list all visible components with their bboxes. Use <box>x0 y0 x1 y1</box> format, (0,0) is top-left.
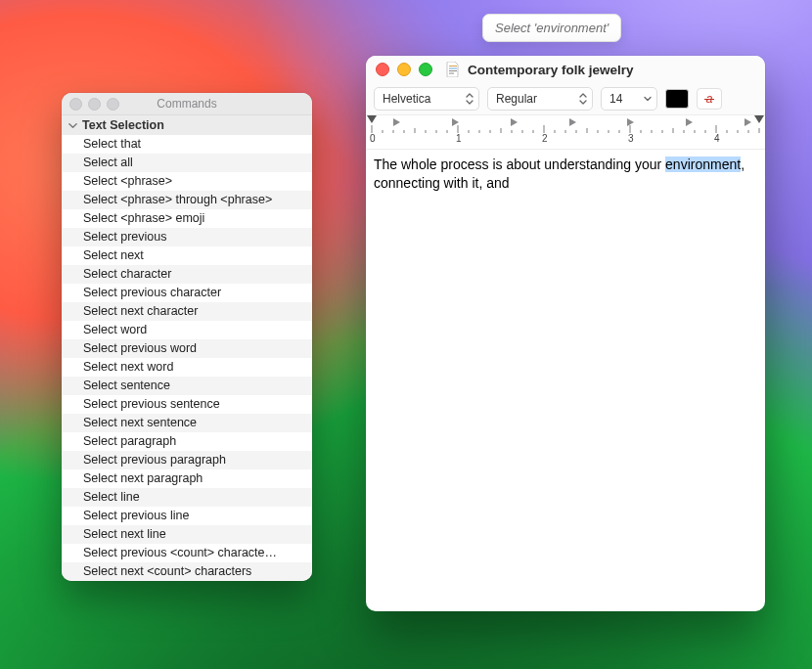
command-row[interactable]: Select previous <count> characte… <box>62 544 312 562</box>
document-icon <box>446 62 460 77</box>
command-row[interactable]: Select next character <box>62 302 312 321</box>
window-controls-inactive[interactable] <box>69 98 119 111</box>
svg-rect-0 <box>449 66 457 67</box>
commands-window: Commands Text Selection Select thatSelec… <box>62 93 312 581</box>
window-controls <box>376 63 432 76</box>
text-color-well[interactable] <box>665 89 689 109</box>
siri-suggestion-text: Select 'environment' <box>495 21 609 35</box>
command-row[interactable]: Select <phrase> emoji <box>62 209 312 228</box>
font-family-value: Helvetica <box>383 92 430 106</box>
svg-rect-3 <box>449 73 454 74</box>
siri-suggestion-pill[interactable]: Select 'environment' <box>482 14 621 42</box>
editor-window-title: Contemporary folk jewelry <box>468 63 634 77</box>
ruler-label: 1 <box>456 133 462 144</box>
commands-list: Select thatSelect allSelect <phrase>Sele… <box>62 135 312 581</box>
command-row[interactable]: Select word <box>62 321 312 339</box>
ruler-label: 2 <box>542 133 548 144</box>
close-icon[interactable] <box>69 98 82 111</box>
ruler-ticks <box>366 115 765 135</box>
command-row[interactable]: Select previous line <box>62 507 312 525</box>
ruler-label: 3 <box>628 133 634 144</box>
body-text-highlight: environment <box>665 156 741 172</box>
minimize-icon[interactable] <box>397 63 411 76</box>
command-row[interactable]: Select previous sentence <box>62 395 312 414</box>
editor-window: Contemporary folk jewelry Helvetica Regu… <box>366 56 765 611</box>
command-row[interactable]: Select next <box>62 246 312 265</box>
zoom-icon[interactable] <box>419 63 432 76</box>
chevron-down-icon <box>68 120 77 130</box>
command-row[interactable]: Select next sentence <box>62 414 312 432</box>
minimize-icon[interactable] <box>88 98 101 111</box>
command-row[interactable]: Select next line <box>62 525 312 544</box>
close-icon[interactable] <box>376 63 389 76</box>
ruler[interactable]: 01234 <box>366 115 765 150</box>
ruler-label: 4 <box>714 133 720 144</box>
command-row[interactable]: Select sentence <box>62 377 312 395</box>
command-row[interactable]: Select next paragraph <box>62 469 312 488</box>
commands-section-title: Text Selection <box>82 118 164 132</box>
font-style-value: Regular <box>496 92 537 106</box>
command-row[interactable]: Select all <box>62 154 312 172</box>
command-row[interactable]: Select previous character <box>62 284 312 302</box>
font-style-select[interactable]: Regular <box>487 87 593 111</box>
command-row[interactable]: Select character <box>62 265 312 284</box>
command-row[interactable]: Select previous paragraph <box>62 451 312 469</box>
commands-window-title: Commands <box>157 97 216 111</box>
command-row[interactable]: Select that <box>62 135 312 154</box>
editor-titlebar[interactable]: Contemporary folk jewelry <box>366 56 765 83</box>
chevron-down-icon <box>642 95 653 103</box>
strike-color-button[interactable]: a <box>697 88 722 110</box>
svg-rect-2 <box>449 70 457 71</box>
commands-titlebar[interactable]: Commands <box>62 93 312 115</box>
command-row[interactable]: Select line <box>62 488 312 507</box>
commands-section-header[interactable]: Text Selection <box>62 115 312 135</box>
editor-text-area[interactable]: The whole process is about understanding… <box>366 150 765 611</box>
command-row[interactable]: Select next <count> characters <box>62 562 312 581</box>
font-size-select[interactable]: 14 <box>601 87 657 111</box>
svg-rect-1 <box>449 68 457 69</box>
command-row[interactable]: Select previous word <box>62 339 312 358</box>
command-row[interactable]: Select next word <box>62 358 312 377</box>
font-size-value: 14 <box>609 92 622 106</box>
editor-toolbar: Helvetica Regular 14 a <box>366 83 765 115</box>
command-row[interactable]: Select paragraph <box>62 432 312 451</box>
body-text-pre: The whole process is about understanding… <box>374 156 665 172</box>
font-family-select[interactable]: Helvetica <box>374 87 479 111</box>
ruler-label: 0 <box>370 133 376 144</box>
command-row[interactable]: Select <phrase> through <phrase> <box>62 191 312 209</box>
command-row[interactable]: Select previous <box>62 228 312 246</box>
letter-a-icon: a <box>706 92 713 106</box>
zoom-icon[interactable] <box>107 98 119 111</box>
updown-icon <box>577 93 588 105</box>
command-row[interactable]: Select <phrase> <box>62 172 312 191</box>
desktop-background: Select 'environment' Commands Text Selec… <box>0 0 812 669</box>
updown-icon <box>464 93 474 105</box>
